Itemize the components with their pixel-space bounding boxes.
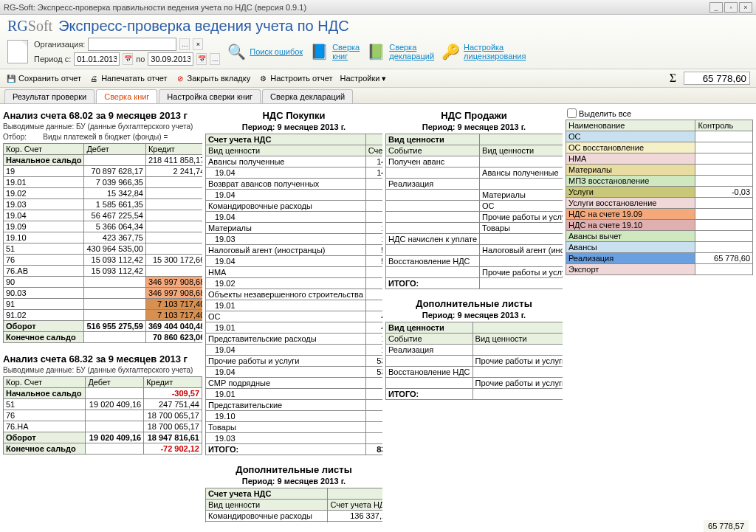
date-to-input[interactable] (148, 52, 193, 66)
sell-extra-table: Вид ценностиНДССобытиеВид ценностиРеализ… (385, 322, 563, 400)
secondary-toolbar: 💾Сохранить отчет 🖨Напечатать отчет ⊘Закр… (0, 69, 756, 88)
period-picker[interactable]: … (210, 53, 220, 65)
save-icon: 💾 (6, 73, 16, 83)
cal-to-icon[interactable]: 📅 (196, 53, 207, 65)
close-red-icon: ⊘ (175, 73, 185, 83)
org-clear[interactable]: … (179, 38, 190, 50)
configure-report-button[interactable]: ⚙Настроить отчет (258, 73, 332, 83)
print-report-button[interactable]: 🖨Напечатать отчет (89, 73, 167, 83)
decl-check-button[interactable]: 📗 Сверка деклараций (365, 41, 434, 62)
period-label: Период с: (34, 55, 71, 63)
col-sell: НДС Продажи Период: 9 месяцев 2013 г. Ви… (385, 107, 563, 522)
app-title: Экспресс-проверка ведения учета по НДС (58, 18, 349, 35)
cal-from-icon[interactable]: 📅 (123, 53, 133, 65)
books-icon: 📘 (309, 41, 329, 62)
tab-result[interactable]: Результат проверки (4, 89, 94, 103)
window-title: RG-Soft: Экспресс-проверка правильности … (4, 3, 306, 12)
buy-extra-table: Счет учета НДСВид ценностиСчет учета НДС… (205, 488, 382, 522)
gear-icon: ⚙ (258, 73, 268, 83)
tab-books-settings[interactable]: Настройка сверки книг (159, 89, 261, 103)
status-bar-value: 65 778,57 (704, 520, 749, 532)
content: Анализ счета 68.02 за 9 месяцев 2013 г В… (0, 104, 756, 525)
org-clear-x[interactable]: × (193, 38, 203, 50)
col-legend: Выделить все НаименованиеКонтрольОСОС во… (566, 107, 753, 522)
sell-title: НДС Продажи (385, 110, 563, 121)
analysis1-table: Кор. СчетДебетКредитНачальное сальдо218 … (3, 143, 202, 343)
maximize-button[interactable]: ▫ (724, 2, 738, 13)
license-button[interactable]: 🔑 Настройка лицензирования (440, 41, 526, 62)
analysis2-table: Кор. СчетДебетКредитНачальное сальдо-309… (3, 376, 202, 455)
books2-icon: 📗 (365, 41, 386, 62)
chevron-down-icon: ▾ (382, 74, 386, 83)
legend-table: НаименованиеКонтрольОСОС восстановлениеН… (566, 120, 753, 275)
minimize-button[interactable]: _ (709, 2, 723, 13)
close-button[interactable]: × (739, 2, 752, 13)
print-icon: 🖨 (89, 73, 99, 83)
key-icon: 🔑 (440, 41, 461, 62)
tab-decl[interactable]: Сверка деклараций (262, 89, 353, 103)
tab-books[interactable]: Сверка книг (96, 89, 157, 103)
date-from-input[interactable] (74, 52, 120, 66)
tab-bar: Результат проверки Сверка книг Настройка… (0, 88, 756, 104)
magnifier-icon: 🔍 (226, 41, 247, 62)
org-input[interactable] (88, 38, 176, 51)
buy-title: НДС Покупки (205, 110, 382, 121)
file-icon (7, 40, 28, 63)
save-report-button[interactable]: 💾Сохранить отчет (6, 73, 81, 83)
books-check-button[interactable]: 📘 Сверка книг (309, 41, 360, 62)
search-errors-button[interactable]: 🔍 Поиск ошибок (226, 41, 303, 62)
col-buy: НДС Покупки Период: 9 месяцев 2013 г. Сч… (205, 107, 382, 522)
col-analysis: Анализ счета 68.02 за 9 месяцев 2013 г В… (3, 107, 202, 522)
analysis2-title: Анализ счета 68.32 за 9 месяцев 2013 г (3, 353, 202, 365)
analysis1-title: Анализ счета 68.02 за 9 месяцев 2013 г (3, 110, 202, 121)
sigma-icon: Σ (670, 72, 676, 85)
sigma-value[interactable] (684, 72, 750, 85)
header: RGSoft Экспресс-проверка ведения учета п… (0, 15, 756, 69)
titlebar: RG-Soft: Экспресс-проверка правильности … (0, 0, 756, 15)
logo: RGSoft (7, 18, 52, 35)
select-all-checkbox[interactable] (567, 108, 577, 118)
buy-table: Счет учета НДСВид ценностиСчет учета НДС… (205, 134, 382, 455)
close-tab-button[interactable]: ⊘Закрыть вкладку (175, 73, 251, 83)
sell-table: Вид ценностиНДССобытиеВид ценностиПолуче… (385, 134, 563, 289)
org-label: Организация: (34, 40, 85, 49)
settings-dropdown[interactable]: Настройки ▾ (340, 74, 386, 83)
